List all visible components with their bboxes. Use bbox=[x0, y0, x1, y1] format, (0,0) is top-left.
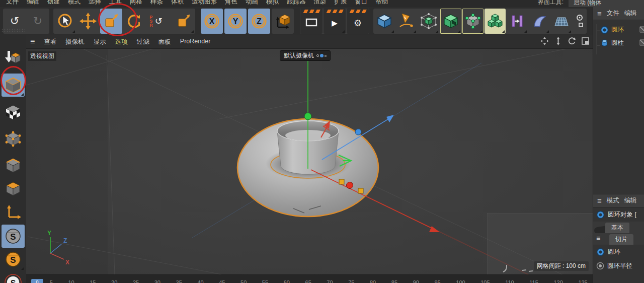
scale-tool-button[interactable] bbox=[100, 9, 122, 34]
tab-slice[interactable]: 切片 bbox=[609, 234, 633, 245]
menu-item[interactable]: 创建 bbox=[47, 0, 60, 6]
menu-item[interactable]: 模拟 bbox=[266, 0, 279, 6]
polygons-mode-button[interactable] bbox=[2, 177, 25, 200]
generator-extrude-button[interactable] bbox=[440, 9, 461, 34]
menu-item[interactable]: 文件 bbox=[6, 0, 19, 6]
timeline-frame-label[interactable]: 40 bbox=[197, 279, 203, 283]
workplane-mode-button[interactable] bbox=[2, 200, 25, 224]
timeline-frame-label[interactable]: 85 bbox=[391, 279, 397, 283]
pan-view-icon[interactable] bbox=[540, 37, 549, 45]
attr-menu-edit[interactable]: 编辑 bbox=[624, 196, 637, 205]
menu-item[interactable]: 动画 bbox=[246, 0, 258, 6]
timeline-frame-label[interactable]: 90 bbox=[413, 279, 419, 283]
menu-item[interactable]: 跟踪器 bbox=[287, 0, 306, 6]
menu-item[interactable]: 模式 bbox=[68, 0, 80, 6]
pen-spline-button[interactable] bbox=[396, 9, 417, 34]
rotate-view-icon[interactable] bbox=[568, 37, 576, 45]
timeline-frame-label[interactable]: 105 bbox=[480, 279, 490, 283]
timeline-frame-label[interactable]: 60 bbox=[284, 279, 290, 283]
viewport-menu-item[interactable]: 显示 bbox=[94, 38, 106, 46]
timeline-frame-label[interactable]: 15 bbox=[90, 279, 96, 283]
menu-item[interactable]: 选择 bbox=[89, 0, 101, 6]
menu-item[interactable]: 渲染 bbox=[314, 0, 327, 6]
y-axis-lock-button[interactable]: Y bbox=[224, 9, 247, 34]
menu-item[interactable]: 窗口 bbox=[355, 0, 368, 6]
scale-alt-button[interactable] bbox=[173, 9, 195, 34]
texture-mode-button[interactable] bbox=[2, 101, 25, 124]
menu-item[interactable]: 样条 bbox=[150, 0, 163, 6]
edges-mode-button[interactable] bbox=[2, 154, 25, 177]
timeline-frame-label[interactable]: 70 bbox=[327, 279, 333, 283]
viewport-menu-item[interactable]: 选项 bbox=[115, 38, 128, 46]
menu-item[interactable]: 编辑 bbox=[27, 0, 39, 6]
render-picture-viewer-button[interactable]: ▶ bbox=[324, 9, 346, 34]
timeline-frame-label[interactable]: 80 bbox=[370, 279, 376, 283]
om-menu-file[interactable]: 文件 bbox=[607, 9, 619, 18]
bend-deformer-button[interactable] bbox=[529, 9, 550, 34]
timeline-frame-label[interactable]: 125 bbox=[578, 279, 587, 283]
attribute-property-row[interactable]: 圆环半径 bbox=[593, 259, 644, 273]
viewport-menu-item[interactable]: ProRender bbox=[180, 38, 210, 46]
menu-item[interactable]: 角色 bbox=[225, 0, 237, 6]
coordinate-system-button[interactable] bbox=[272, 9, 294, 34]
attr-menu-mode[interactable]: 模式 bbox=[607, 196, 619, 205]
coordinates-menu-icon[interactable]: ≡ bbox=[596, 234, 600, 242]
gizmo-z-handle[interactable] bbox=[355, 129, 361, 135]
floor-environment-button[interactable] bbox=[551, 9, 572, 34]
timeline-frame-label[interactable]: 30 bbox=[154, 279, 160, 283]
timeline-frame-label[interactable]: 45 bbox=[219, 279, 225, 283]
tab-basic[interactable]: 基本 bbox=[605, 223, 629, 233]
menu-item[interactable]: 运动图形 bbox=[192, 0, 217, 6]
subdivision-surface-button[interactable] bbox=[418, 9, 439, 34]
object-row-torus[interactable]: 圆环 bbox=[593, 23, 644, 36]
palette-drag-handle[interactable] bbox=[1, 28, 25, 32]
menu-item[interactable]: 扩展 bbox=[335, 0, 347, 6]
make-editable-button[interactable] bbox=[2, 46, 25, 69]
menu-item[interactable]: 体积 bbox=[171, 0, 184, 6]
menu-item[interactable]: 网格 bbox=[130, 0, 142, 6]
attribute-menu-icon[interactable]: ≡ bbox=[597, 196, 602, 205]
viewport-menu-item[interactable]: 查看 bbox=[44, 38, 56, 46]
live-selection-button[interactable] bbox=[54, 9, 76, 34]
snap-settings-button[interactable]: S bbox=[2, 248, 25, 271]
menu-item[interactable]: 工具 bbox=[109, 0, 122, 6]
layout-select[interactable]: 启动 (物体 bbox=[569, 0, 644, 7]
enable-snap-button[interactable]: S bbox=[2, 225, 25, 248]
timeline-frame-label[interactable]: 50 bbox=[240, 279, 247, 283]
cloner-array-button[interactable] bbox=[462, 9, 484, 34]
render-settings-button[interactable]: ⚙ bbox=[347, 9, 369, 34]
z-axis-lock-button[interactable]: Z bbox=[248, 9, 270, 34]
timeline-frame-label[interactable]: 65 bbox=[305, 279, 311, 283]
cubes-group-mode-button[interactable] bbox=[485, 9, 506, 34]
redo-button[interactable]: ↻ bbox=[27, 9, 49, 34]
timeline-frame-label[interactable]: 20 bbox=[111, 279, 117, 283]
viewport-menu-item[interactable]: 摄像机 bbox=[65, 38, 85, 46]
gizmo-scale-handle-1[interactable] bbox=[339, 179, 344, 184]
add-primitive-cube-button[interactable] bbox=[374, 9, 395, 34]
viewport-menu-item[interactable]: 面板 bbox=[158, 38, 171, 46]
timeline-frame-label[interactable]: 35 bbox=[176, 279, 182, 283]
om-menu-edit[interactable]: 编辑 bbox=[624, 9, 637, 18]
viewport-menu-icon[interactable]: ≡ bbox=[30, 37, 35, 46]
timeline-frame-label[interactable]: 110 bbox=[505, 279, 514, 283]
timeline-frame-label[interactable]: 75 bbox=[348, 279, 354, 283]
timeline-frame-label[interactable]: 25 bbox=[133, 279, 139, 283]
move-tool-button[interactable] bbox=[77, 9, 99, 34]
timeline-frame-label[interactable]: 10 bbox=[68, 279, 74, 283]
current-frame-marker[interactable]: 0 bbox=[31, 279, 43, 283]
object-name[interactable]: 圆环 bbox=[611, 26, 624, 34]
x-axis-lock-button[interactable]: X bbox=[201, 9, 223, 34]
timeline-frame-label[interactable]: 115 bbox=[529, 279, 538, 283]
quantize-snap-button[interactable]: S bbox=[2, 271, 25, 283]
viewport-canvas[interactable]: 透视视图 默认摄像机 Y Z X 网格间距 : 100 cm bbox=[26, 49, 593, 274]
object-visibility-toggle[interactable] bbox=[639, 26, 644, 33]
gizmo-y-handle[interactable] bbox=[304, 113, 311, 120]
gizmo-x-handle[interactable] bbox=[347, 182, 353, 189]
model-mode-button[interactable] bbox=[2, 74, 25, 97]
attribute-section-row[interactable]: 圆环 bbox=[593, 245, 644, 259]
timeline-frame-label[interactable]: 5 bbox=[50, 279, 53, 283]
scene-helpers-button[interactable] bbox=[573, 9, 586, 34]
timeline-frame-label[interactable]: 120 bbox=[553, 279, 562, 283]
object-row-cylinder[interactable]: 圆柱 bbox=[593, 36, 644, 49]
object-manager-menu-icon[interactable]: ≡ bbox=[597, 9, 602, 18]
